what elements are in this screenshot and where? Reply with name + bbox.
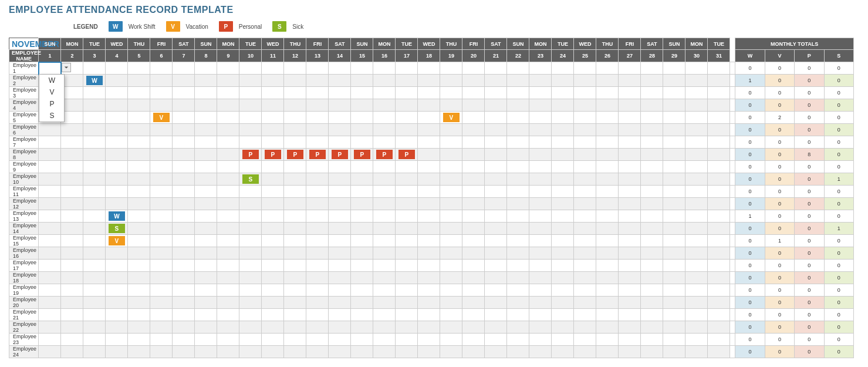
attendance-cell[interactable] — [351, 62, 373, 75]
attendance-cell[interactable] — [619, 173, 641, 186]
attendance-cell[interactable] — [128, 297, 150, 309]
attendance-cell[interactable] — [195, 247, 217, 260]
attendance-cell[interactable] — [462, 334, 485, 346]
attendance-cell[interactable] — [552, 210, 574, 223]
attendance-cell[interactable] — [440, 235, 462, 247]
attendance-cell[interactable] — [173, 75, 195, 87]
attendance-cell[interactable] — [83, 235, 106, 247]
attendance-cell[interactable] — [596, 149, 619, 161]
attendance-cell[interactable] — [239, 284, 262, 297]
attendance-cell[interactable] — [440, 321, 462, 334]
attendance-cell[interactable] — [485, 297, 507, 309]
attendance-cell[interactable] — [262, 198, 284, 210]
attendance-cell[interactable] — [440, 186, 462, 198]
attendance-cell[interactable] — [663, 75, 685, 87]
attendance-cell[interactable] — [574, 235, 596, 247]
attendance-cell[interactable] — [462, 260, 485, 272]
attendance-cell[interactable] — [195, 297, 217, 309]
attendance-cell[interactable] — [373, 124, 396, 136]
attendance-cell[interactable] — [150, 210, 173, 223]
attendance-cell[interactable] — [306, 284, 329, 297]
attendance-cell[interactable] — [351, 87, 373, 99]
attendance-cell[interactable] — [217, 99, 239, 112]
dropdown-option-W[interactable]: W — [39, 75, 64, 86]
attendance-cell[interactable] — [284, 334, 306, 346]
attendance-cell[interactable] — [574, 247, 596, 260]
attendance-cell[interactable] — [462, 87, 485, 99]
attendance-cell[interactable] — [351, 334, 373, 346]
attendance-cell[interactable] — [284, 346, 306, 358]
attendance-cell[interactable] — [150, 284, 173, 297]
attendance-cell[interactable] — [485, 173, 507, 186]
attendance-cell[interactable] — [128, 99, 150, 112]
dropdown-option-V[interactable]: V — [39, 86, 64, 98]
attendance-cell[interactable] — [306, 136, 329, 149]
attendance-cell[interactable] — [641, 62, 663, 75]
attendance-cell[interactable] — [708, 235, 730, 247]
attendance-cell[interactable] — [552, 235, 574, 247]
attendance-cell[interactable] — [39, 235, 61, 247]
attendance-cell[interactable] — [106, 260, 128, 272]
attendance-cell[interactable] — [462, 309, 485, 321]
attendance-cell[interactable] — [262, 272, 284, 284]
attendance-cell[interactable] — [61, 149, 83, 161]
attendance-cell[interactable] — [83, 321, 106, 334]
attendance-cell[interactable] — [507, 235, 529, 247]
attendance-cell[interactable] — [574, 87, 596, 99]
attendance-cell[interactable] — [396, 284, 418, 297]
attendance-cell[interactable] — [708, 161, 730, 173]
attendance-cell[interactable] — [507, 87, 529, 99]
attendance-cell[interactable] — [396, 186, 418, 198]
attendance-cell[interactable] — [708, 284, 730, 297]
attendance-cell[interactable] — [306, 198, 329, 210]
attendance-cell[interactable] — [150, 173, 173, 186]
attendance-cell[interactable] — [418, 210, 440, 223]
attendance-cell[interactable] — [61, 321, 83, 334]
attendance-cell[interactable] — [61, 210, 83, 223]
attendance-cell[interactable] — [217, 334, 239, 346]
attendance-cell[interactable] — [106, 149, 128, 161]
attendance-cell[interactable] — [552, 75, 574, 87]
attendance-cell[interactable] — [306, 124, 329, 136]
attendance-cell[interactable] — [529, 260, 552, 272]
attendance-cell[interactable] — [685, 297, 708, 309]
attendance-cell[interactable] — [217, 112, 239, 124]
attendance-cell[interactable] — [262, 87, 284, 99]
attendance-cell[interactable] — [306, 346, 329, 358]
attendance-cell[interactable] — [329, 272, 351, 284]
attendance-cell[interactable]: W — [83, 75, 106, 87]
attendance-cell[interactable] — [173, 346, 195, 358]
attendance-cell[interactable] — [596, 284, 619, 297]
attendance-cell[interactable] — [83, 284, 106, 297]
attendance-cell[interactable] — [262, 235, 284, 247]
attendance-cell[interactable] — [641, 136, 663, 149]
attendance-cell[interactable] — [128, 309, 150, 321]
attendance-cell[interactable] — [239, 112, 262, 124]
attendance-cell[interactable] — [596, 346, 619, 358]
attendance-cell[interactable] — [262, 173, 284, 186]
attendance-cell[interactable] — [462, 186, 485, 198]
attendance-cell[interactable]: P — [329, 149, 351, 161]
attendance-cell[interactable] — [418, 272, 440, 284]
attendance-cell[interactable] — [306, 334, 329, 346]
attendance-cell[interactable] — [150, 309, 173, 321]
attendance-cell[interactable] — [418, 75, 440, 87]
attendance-cell[interactable] — [619, 149, 641, 161]
attendance-cell[interactable] — [507, 186, 529, 198]
attendance-cell[interactable] — [418, 284, 440, 297]
attendance-cell[interactable] — [619, 161, 641, 173]
attendance-cell[interactable] — [39, 297, 61, 309]
attendance-cell[interactable] — [529, 186, 552, 198]
attendance-cell[interactable] — [462, 124, 485, 136]
attendance-cell[interactable] — [641, 149, 663, 161]
attendance-cell[interactable] — [284, 62, 306, 75]
attendance-cell[interactable] — [128, 75, 150, 87]
attendance-cell[interactable] — [396, 173, 418, 186]
attendance-cell[interactable] — [619, 87, 641, 99]
attendance-cell[interactable] — [641, 210, 663, 223]
attendance-cell[interactable] — [596, 321, 619, 334]
attendance-cell[interactable] — [462, 284, 485, 297]
attendance-cell[interactable] — [663, 321, 685, 334]
attendance-cell[interactable] — [663, 161, 685, 173]
attendance-cell[interactable] — [396, 161, 418, 173]
